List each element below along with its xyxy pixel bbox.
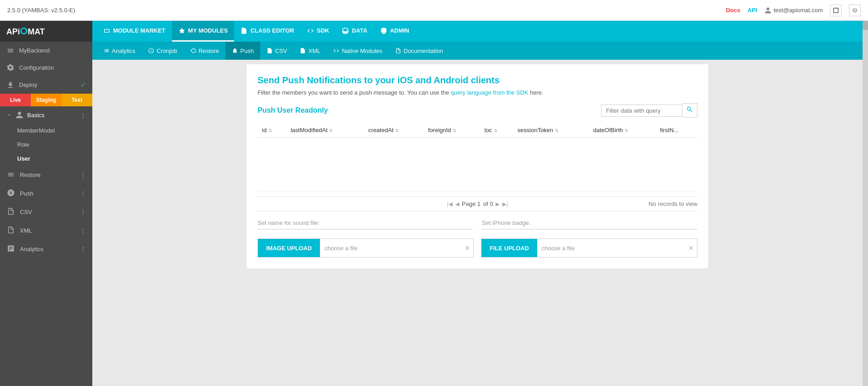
analytics-more-btn[interactable]: ⋮	[80, 246, 86, 253]
user-icon	[764, 7, 772, 14]
filter-input[interactable]	[601, 105, 682, 117]
sub-nav-xml[interactable]: XML	[293, 42, 327, 60]
nav-my-modules[interactable]: MY MODULES	[172, 21, 234, 42]
sidebar-item-configuration[interactable]: Configuration	[0, 59, 92, 76]
content-inner: Send Push Notifications to your iOS and …	[247, 64, 708, 268]
sound-input[interactable]	[258, 217, 473, 229]
person-icon	[15, 111, 24, 119]
sidebar-sub-membermodel[interactable]: MemberModel	[0, 124, 92, 138]
badge-field-group	[482, 217, 697, 229]
user-email: test@apiomat.com	[773, 7, 823, 14]
sub-nav-documentation-label: Documentation	[404, 48, 443, 54]
upload-row: IMAGE UPLOAD choose a file ✕ FILE UPLOAD…	[258, 238, 697, 257]
first-page-btn[interactable]: |◀	[447, 201, 452, 207]
sidebar-basics-header[interactable]: Basics ⋮	[0, 106, 92, 124]
sdk-link[interactable]: query language from the SDK	[451, 89, 528, 96]
push-sub-icon	[232, 48, 238, 54]
next-page-btn[interactable]: ▶	[496, 201, 500, 207]
csv-more-btn[interactable]: ⋮	[80, 209, 86, 215]
sub-nav-native-modules[interactable]: Native Modules	[327, 42, 389, 60]
sidebar-sub-user[interactable]: User	[0, 152, 92, 166]
sub-nav-restore[interactable]: Restore	[184, 42, 226, 60]
env-test-btn[interactable]: Test	[62, 94, 92, 106]
configuration-icon	[6, 63, 14, 71]
sub-nav-native-modules-label: Native Modules	[342, 48, 382, 54]
content-area: Send Push Notifications to your iOS and …	[92, 60, 863, 386]
restore-more-btn[interactable]: ⋮	[80, 172, 86, 178]
sidebar-item-xml[interactable]: XML ⋮	[0, 221, 92, 240]
scrollbar-thumb[interactable]	[863, 21, 868, 30]
col-firstname[interactable]: firstN...	[655, 123, 697, 138]
file-upload-group: FILE UPLOAD choose a file ✕	[481, 238, 697, 257]
sidebar-item-restore[interactable]: Restore ⋮	[0, 166, 92, 184]
table-header-row: id ⇅ lastModifiedAt ⇅ createdAt ⇅ foreig…	[258, 123, 697, 138]
sidebar-item-deploy[interactable]: Deploy ✓	[0, 76, 92, 94]
page-title: Send Push Notifications to your iOS and …	[258, 75, 697, 86]
nav-bar: MODULE MARKET MY MODULES CLASS EDITOR SD…	[92, 21, 863, 42]
sub-nav-csv[interactable]: CSV	[260, 42, 294, 60]
xml-more-btn[interactable]: ⋮	[80, 227, 86, 234]
col-created[interactable]: createdAt ⇅	[364, 123, 424, 138]
sub-nav-push[interactable]: Push	[225, 42, 260, 60]
badge-input[interactable]	[482, 217, 697, 229]
col-id[interactable]: id ⇅	[258, 123, 286, 138]
nav-admin[interactable]: ADMIN	[374, 21, 416, 42]
sub-nav-analytics[interactable]: Analytics	[97, 42, 142, 60]
restore-sub-icon	[190, 48, 196, 54]
last-page-btn[interactable]: ▶|	[502, 201, 508, 207]
nav-module-market-label: MODULE MARKET	[113, 27, 166, 34]
data-table: id ⇅ lastModifiedAt ⇅ createdAt ⇅ foreig…	[258, 123, 697, 192]
env-live-btn[interactable]: Live	[0, 94, 31, 106]
my-modules-icon	[178, 27, 186, 34]
data-icon	[342, 27, 349, 34]
sub-nav: Analytics Cronjob Restore Push CSV XML	[92, 42, 863, 60]
nav-data[interactable]: DATA	[335, 21, 373, 42]
pagination: |◀ ◀ Page 1 of 0 ▶ ▶| No records to view	[258, 196, 697, 211]
file-file-label: choose a file	[537, 245, 685, 252]
docs-link[interactable]: Docs	[726, 7, 740, 14]
restore-label: Restore	[20, 172, 41, 178]
sidebar-item-push[interactable]: Push ⋮	[0, 184, 92, 203]
col-foreignid[interactable]: foreignId ⇅	[424, 123, 480, 138]
nav-sdk[interactable]: SDK	[300, 21, 335, 42]
sub-nav-documentation[interactable]: Documentation	[389, 42, 449, 60]
env-staging-btn[interactable]: Staging	[31, 94, 62, 106]
col-lastmodified[interactable]: lastModifiedAt ⇅	[286, 123, 364, 138]
sub-nav-cronjob[interactable]: Cronjob	[142, 42, 184, 60]
col-dob[interactable]: dateOfBirth ⇅	[589, 123, 656, 138]
desc-prefix: Filter the members you want to send a pu…	[258, 89, 451, 96]
sidebar-sub-role[interactable]: Role	[0, 138, 92, 152]
image-upload-clear[interactable]: ✕	[462, 239, 473, 257]
file-upload-btn[interactable]: FILE UPLOAD	[482, 239, 537, 257]
documentation-icon	[395, 48, 401, 54]
power-btn[interactable]	[849, 5, 861, 16]
sidebar-item-mybackend[interactable]: MyBackend	[0, 42, 92, 59]
sidebar: APiOMAT MyBackend Configuration Deploy ✓…	[0, 21, 92, 386]
col-session[interactable]: sessionToken ⇅	[513, 123, 589, 138]
sub-nav-restore-label: Restore	[199, 48, 219, 54]
window-btn[interactable]	[830, 5, 842, 16]
user-info: test@apiomat.com	[764, 7, 823, 14]
file-upload-clear[interactable]: ✕	[685, 239, 697, 257]
api-link[interactable]: API	[748, 7, 758, 14]
class-editor-icon	[240, 27, 248, 34]
basics-more-btn[interactable]: ⋮	[80, 112, 86, 119]
sidebar-item-csv[interactable]: CSV ⋮	[0, 203, 92, 221]
top-links: Docs API test@apiomat.com	[726, 5, 861, 16]
push-more-btn[interactable]: ⋮	[80, 190, 86, 197]
image-upload-btn[interactable]: IMAGE UPLOAD	[258, 239, 320, 257]
table-empty-row	[258, 138, 697, 192]
nav-module-market[interactable]: MODULE MARKET	[97, 21, 172, 42]
sidebar-item-analytics[interactable]: Analytics ⋮	[0, 240, 92, 258]
filter-search-btn[interactable]	[682, 103, 697, 118]
sub-nav-xml-label: XML	[308, 48, 320, 54]
analytics-label: Analytics	[20, 246, 43, 253]
nav-my-modules-label: MY MODULES	[188, 27, 228, 34]
nav-class-editor[interactable]: CLASS EDITOR	[234, 21, 300, 42]
sub-nav-analytics-label: Analytics	[112, 48, 135, 54]
configuration-label: Configuration	[19, 64, 54, 71]
scrollbar[interactable]	[863, 21, 868, 386]
col-loc[interactable]: loc ⇅	[480, 123, 513, 138]
prev-page-btn[interactable]: ◀	[455, 201, 459, 207]
nav-data-label: DATA	[352, 27, 367, 34]
